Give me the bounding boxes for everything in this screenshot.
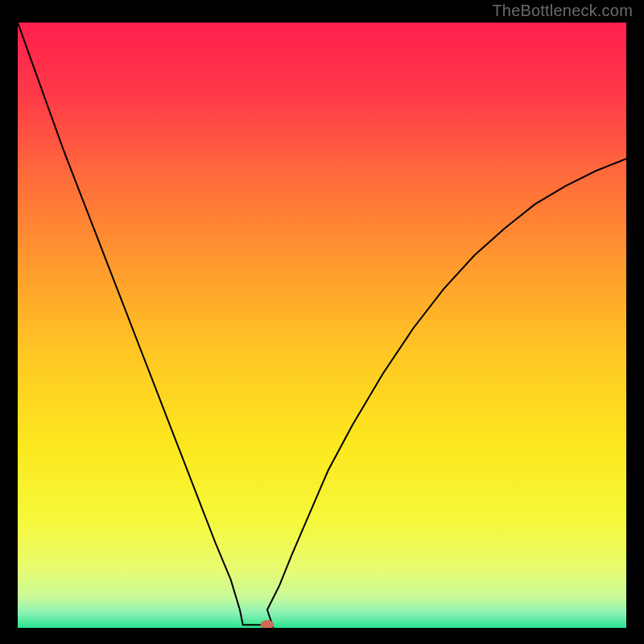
chart-container: TheBottleneck.com bbox=[0, 0, 644, 644]
plot-background bbox=[18, 23, 626, 628]
attribution-text: TheBottleneck.com bbox=[492, 2, 633, 20]
plot-area bbox=[18, 23, 626, 628]
plot-svg bbox=[18, 23, 626, 628]
